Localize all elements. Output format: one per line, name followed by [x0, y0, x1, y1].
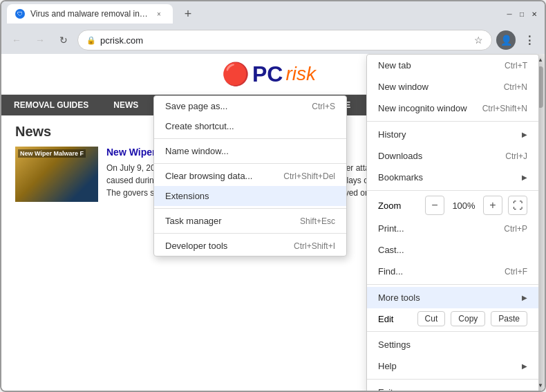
- forward-button[interactable]: →: [30, 30, 50, 50]
- profile-button[interactable]: 👤: [496, 30, 516, 50]
- chrome-menu-divider-1: [367, 121, 538, 122]
- sub-menu-save-page[interactable]: Save page as... Ctrl+S: [154, 96, 346, 116]
- chrome-menu-exit[interactable]: Exit: [367, 382, 538, 391]
- chrome-menu-divider-4: [367, 331, 538, 332]
- maximize-button[interactable]: □: [517, 9, 527, 19]
- chrome-menu-find[interactable]: Find... Ctrl+F: [367, 261, 538, 282]
- paste-button[interactable]: Paste: [491, 311, 527, 326]
- refresh-button[interactable]: ↻: [54, 30, 73, 50]
- sub-context-menu: Save page as... Ctrl+S Create shortcut..…: [153, 95, 347, 256]
- zoom-label: Zoom: [378, 200, 420, 211]
- sub-menu-name-window[interactable]: Name window...: [154, 141, 346, 161]
- edit-label: Edit: [378, 314, 412, 324]
- sub-menu-task-manager[interactable]: Task manager Shift+Esc: [154, 211, 346, 231]
- sub-menu-divider-1: [154, 138, 346, 139]
- title-bar: 🛡 Virus and malware removal instr... × +…: [1, 1, 545, 26]
- chrome-menu-history[interactable]: History ▶: [367, 124, 538, 145]
- sub-menu-divider-2: [154, 163, 346, 164]
- chrome-menu-settings[interactable]: Settings: [367, 334, 538, 355]
- cut-button[interactable]: Cut: [417, 311, 446, 326]
- zoom-percent: 100%: [450, 200, 478, 211]
- tab-close-button[interactable]: ×: [153, 8, 164, 19]
- url-bar[interactable]: 🔒 pcrisk.com ☆: [77, 30, 492, 50]
- new-tab-button[interactable]: +: [178, 4, 198, 24]
- edit-row: Edit Cut Copy Paste: [367, 308, 538, 329]
- chrome-menu-help[interactable]: Help ▶: [367, 355, 538, 377]
- bookmark-icon[interactable]: ☆: [474, 35, 483, 46]
- zoom-plus-button[interactable]: +: [483, 196, 502, 215]
- tab-favicon: 🛡: [15, 9, 25, 19]
- chrome-menu-bookmarks[interactable]: Bookmarks ▶: [367, 167, 538, 188]
- chrome-menu-new-tab[interactable]: New tab Ctrl+T: [367, 55, 538, 76]
- chrome-menu-cast[interactable]: Cast...: [367, 239, 538, 261]
- page-content: 🔴 PC risk REMOVAL GUIDES NEWS BLOG FORUM…: [1, 54, 545, 391]
- sub-menu-create-shortcut[interactable]: Create shortcut...: [154, 116, 346, 136]
- sub-menu-divider-3: [154, 208, 346, 209]
- browser-window: 🛡 Virus and malware removal instr... × +…: [0, 0, 546, 392]
- chrome-menu-divider-3: [367, 284, 538, 285]
- sub-menu-divider-4: [154, 233, 346, 234]
- chrome-menu-print[interactable]: Print... Ctrl+P: [367, 218, 538, 239]
- sub-menu-extensions[interactable]: Extensions: [154, 186, 346, 206]
- menu-button[interactable]: ⋮: [520, 30, 539, 50]
- chrome-menu-downloads[interactable]: Downloads Ctrl+J: [367, 145, 538, 167]
- lock-icon: 🔒: [86, 36, 96, 45]
- tab-title: Virus and malware removal instr...: [30, 9, 148, 19]
- chrome-menu-divider-5: [367, 379, 538, 380]
- minimize-button[interactable]: ─: [505, 9, 514, 19]
- chrome-menu-divider-2: [367, 190, 538, 191]
- close-button[interactable]: ✕: [529, 9, 539, 19]
- url-text: pcrisk.com: [100, 35, 470, 46]
- sub-menu-clear-browsing[interactable]: Clear browsing data... Ctrl+Shift+Del: [154, 166, 346, 186]
- browser-tab[interactable]: 🛡 Virus and malware removal instr... ×: [7, 4, 173, 24]
- chrome-menu-new-window[interactable]: New window Ctrl+N: [367, 76, 538, 97]
- chrome-menu-more-tools[interactable]: More tools ▶: [367, 287, 538, 308]
- zoom-row: Zoom − 100% + ⛶: [367, 193, 538, 218]
- chrome-menu-incognito[interactable]: New incognito window Ctrl+Shift+N: [367, 97, 538, 119]
- zoom-fullscreen-button[interactable]: ⛶: [508, 196, 527, 215]
- chrome-menu: New tab Ctrl+T New window Ctrl+N New inc…: [366, 54, 539, 391]
- zoom-minus-button[interactable]: −: [425, 196, 444, 215]
- context-menu-overlay: Save page as... Ctrl+S Create shortcut..…: [1, 54, 545, 391]
- profile-icon: 👤: [500, 35, 512, 46]
- window-controls: ─ □ ✕: [505, 9, 539, 19]
- back-button[interactable]: ←: [7, 30, 26, 50]
- address-bar: ← → ↻ 🔒 pcrisk.com ☆ 👤 ⋮: [1, 26, 545, 54]
- sub-menu-developer-tools[interactable]: Developer tools Ctrl+Shift+I: [154, 236, 346, 256]
- copy-button[interactable]: Copy: [451, 311, 485, 326]
